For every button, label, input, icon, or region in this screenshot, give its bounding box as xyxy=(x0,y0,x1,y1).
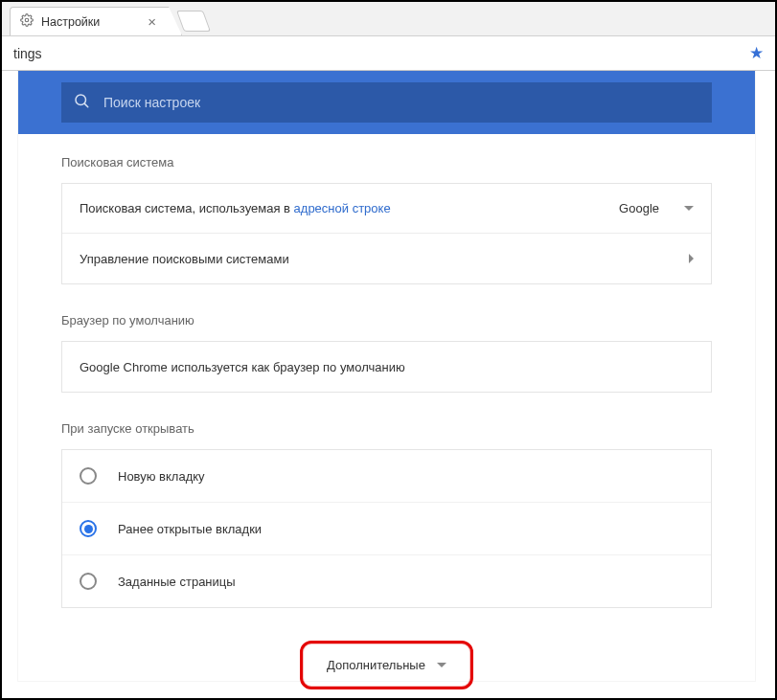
default-browser-row: Google Chrome используется как браузер п… xyxy=(62,342,711,392)
search-input[interactable] xyxy=(103,95,700,110)
manage-search-engines-row[interactable]: Управление поисковыми системами xyxy=(62,234,711,283)
section-title: Поисковая система xyxy=(61,155,712,169)
search-icon xyxy=(73,92,90,113)
chevron-down-icon xyxy=(684,206,694,211)
search-engine-row[interactable]: Поисковая система, используемая в адресн… xyxy=(62,184,711,234)
section-search-engine: Поисковая система Поисковая система, исп… xyxy=(61,155,712,284)
option-label: Ранее открытые вкладки xyxy=(118,522,262,536)
new-tab-button[interactable] xyxy=(176,11,211,32)
url-text: tings xyxy=(13,46,749,61)
chevron-down-icon xyxy=(437,663,446,667)
advanced-label: Дополнительные xyxy=(327,658,425,672)
card: Поисковая система, используемая в адресн… xyxy=(61,183,712,284)
highlight-annotation: Дополнительные xyxy=(300,641,473,689)
chevron-right-icon xyxy=(689,254,694,263)
browser-tab-bar: Настройки × xyxy=(2,2,775,36)
settings-content: Поисковая система Поисковая система, исп… xyxy=(18,71,755,681)
radio-icon-checked xyxy=(80,520,97,537)
advanced-wrap: Дополнительные xyxy=(61,641,712,689)
radio-icon xyxy=(80,467,97,485)
card: Новую вкладку Ранее открытые вкладки Зад… xyxy=(61,449,712,608)
row-label: Управление поисковыми системами xyxy=(80,252,689,266)
svg-line-2 xyxy=(84,103,87,106)
startup-option-continue[interactable]: Ранее открытые вкладки xyxy=(62,503,711,555)
svg-point-0 xyxy=(25,18,29,22)
settings-search-header xyxy=(18,71,755,134)
close-icon[interactable]: × xyxy=(148,13,156,30)
tab-title: Настройки xyxy=(41,15,100,29)
option-label: Новую вкладку xyxy=(118,469,205,484)
settings-search-box[interactable] xyxy=(61,82,712,123)
section-title: Браузер по умолчанию xyxy=(61,313,712,327)
section-title: При запуске открывать xyxy=(61,421,712,436)
card: Google Chrome используется как браузер п… xyxy=(61,341,712,393)
row-label-prefix: Поисковая система, используемая в xyxy=(80,201,294,215)
address-bar-link[interactable]: адресной строке xyxy=(294,201,391,215)
search-engine-selected: Google xyxy=(619,201,659,215)
startup-option-specific[interactable]: Заданные страницы xyxy=(62,555,711,607)
startup-option-new-tab[interactable]: Новую вкладку xyxy=(62,450,711,503)
row-label: Поисковая система, используемая в адресн… xyxy=(80,201,619,215)
section-on-startup: При запуске открывать Новую вкладку Ране… xyxy=(61,421,712,608)
radio-icon xyxy=(80,573,97,590)
option-label: Заданные страницы xyxy=(118,575,236,589)
url-bar[interactable]: tings ★ xyxy=(2,36,775,71)
section-default-browser: Браузер по умолчанию Google Chrome испол… xyxy=(61,313,712,393)
gear-icon xyxy=(20,13,34,31)
browser-tab-settings[interactable]: Настройки × xyxy=(10,7,182,35)
bookmark-star-icon[interactable]: ★ xyxy=(749,43,764,63)
advanced-button[interactable]: Дополнительные xyxy=(309,648,464,682)
row-label: Google Chrome используется как браузер п… xyxy=(80,360,694,374)
